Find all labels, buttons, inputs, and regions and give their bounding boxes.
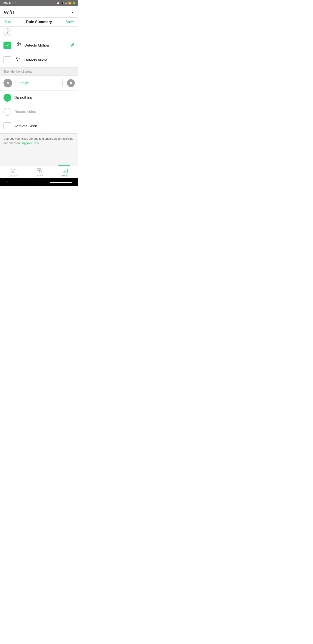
motion-edit-button[interactable] [68, 42, 75, 48]
page-title: Rule Summary [26, 20, 52, 24]
camera-name-label: "Garage" [15, 81, 58, 85]
more-menu-button[interactable]: ⋮ [70, 10, 75, 15]
photo-icon: 🖼 [9, 2, 11, 4]
mode-tab-label: Mode [62, 174, 68, 177]
system-back-button[interactable]: ‹ [6, 180, 8, 184]
motion-label: Detects Motion [24, 43, 58, 48]
bottom-nav: Devices Library Mode [0, 166, 78, 178]
tab-mode[interactable]: Mode [52, 168, 78, 177]
svg-rect-8 [37, 168, 39, 170]
facebook-icon: f [13, 2, 13, 4]
upgrade-now-link[interactable]: Upgrade Now [22, 142, 39, 145]
record-video-item[interactable]: Record video [0, 105, 78, 119]
tab-library[interactable]: Library [26, 168, 52, 177]
devices-tab-label: Devices [9, 174, 17, 177]
svg-rect-9 [39, 168, 41, 170]
tab-devices[interactable]: Devices [0, 168, 26, 177]
signal-icon: 📶 [68, 2, 71, 4]
back-button[interactable]: Back [4, 20, 12, 24]
status-bar: 9:16 🖼 f • ⏰ 📳 ▲ 📶 🔋 [0, 0, 78, 6]
home-pill[interactable] [50, 182, 72, 183]
status-time: 9:16 [2, 2, 7, 4]
remove-camera-button[interactable]: ✕ [67, 79, 75, 87]
svg-point-1 [7, 32, 8, 33]
activate-siren-item: Activate Siren [0, 119, 78, 133]
audio-checkbox[interactable] [3, 56, 11, 64]
upgrade-notice: Upgrade your cloud storage and enable vi… [0, 133, 78, 148]
app-header: arlo ⋮ [0, 6, 78, 18]
library-tab-label: Library [35, 174, 43, 177]
divider [62, 42, 62, 50]
alarm-icon: ⏰ [56, 2, 60, 4]
content-area: Detects Motion Detects Audio Then do the… [0, 26, 78, 166]
do-nothing-item[interactable]: Do nothing [0, 91, 78, 105]
close-icon: ✕ [69, 81, 73, 85]
battery-icon: 🔋 [72, 2, 76, 4]
detects-audio-item: Detects Audio [0, 53, 78, 68]
svg-point-7 [12, 170, 13, 171]
audio-label: Detects Audio [24, 58, 75, 62]
svg-rect-11 [39, 171, 41, 173]
camera-device-icon [3, 79, 12, 88]
siren-label: Activate Siren [14, 124, 75, 128]
audio-icon [14, 56, 21, 64]
vibrate-icon: 📳 [61, 2, 64, 4]
record-video-label: Record video [14, 110, 36, 114]
then-section-divider: Then do the following [0, 68, 78, 76]
record-video-radio[interactable] [3, 108, 11, 116]
app-logo: arlo [3, 9, 14, 16]
svg-rect-10 [37, 171, 39, 173]
spacer-area [0, 148, 78, 166]
do-nothing-radio[interactable] [3, 94, 11, 102]
camera-divider [62, 79, 63, 87]
then-label: Then do the following [3, 70, 32, 73]
svg-point-2 [17, 42, 18, 43]
status-left: 9:16 🖼 f • [2, 2, 16, 4]
save-button[interactable]: Save [65, 20, 74, 24]
section-circle [3, 28, 11, 36]
mode-tab-indicator [58, 165, 70, 166]
status-right: ⏰ 📳 ▲ 📶 🔋 [56, 2, 76, 4]
camera-svg [5, 81, 10, 86]
home-bar: ‹ [0, 178, 78, 186]
do-nothing-label: Do nothing [14, 96, 32, 100]
nav-bar: Back Rule Summary Save [0, 18, 78, 26]
camera-item: "Garage" ✕ [0, 76, 78, 91]
mode-icon [62, 168, 68, 174]
detects-motion-item: Detects Motion [0, 38, 78, 53]
siren-checkbox[interactable] [3, 122, 11, 130]
wifi-icon: ▲ [65, 2, 67, 4]
svg-point-4 [7, 83, 8, 84]
devices-icon [10, 168, 16, 174]
when-icon [5, 30, 9, 34]
library-icon [36, 168, 42, 174]
motion-icon [14, 41, 21, 50]
motion-checkbox[interactable] [3, 42, 11, 50]
dot-icon: • [15, 2, 16, 4]
when-section-partial [0, 26, 78, 38]
